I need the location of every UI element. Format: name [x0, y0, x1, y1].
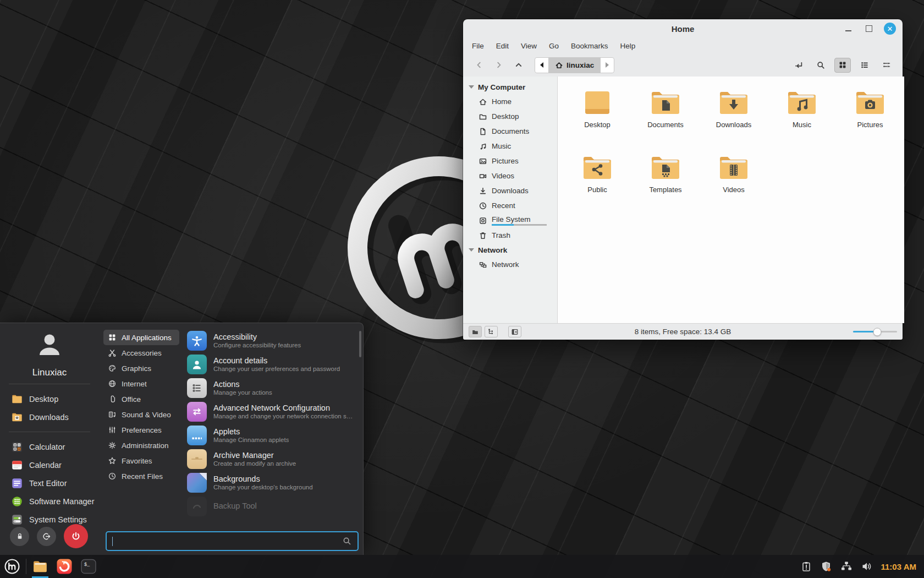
download-icon — [479, 187, 487, 195]
category-administration[interactable]: Administration — [103, 438, 179, 453]
menu-go[interactable]: Go — [549, 42, 559, 50]
folder-public[interactable]: Public — [563, 149, 631, 214]
lock-screen-button[interactable] — [10, 527, 29, 546]
sidebar-item-desktop[interactable]: Desktop — [463, 109, 557, 124]
firewall-shield-icon[interactable] — [820, 560, 832, 572]
compact-view-button[interactable] — [878, 58, 895, 73]
menu-place-desktop[interactable]: Desktop — [0, 390, 99, 408]
app-backup-tool[interactable]: Backup Tool — [187, 494, 355, 518]
slider-thumb[interactable] — [873, 328, 882, 336]
volume-icon[interactable] — [861, 560, 873, 572]
network-tray-icon[interactable] — [840, 560, 853, 572]
menu-shortcut-software-manager[interactable]: Software Manager — [0, 492, 99, 510]
sidebar-item-documents[interactable]: Documents — [463, 124, 557, 139]
applications-scrollbar[interactable] — [359, 331, 361, 357]
app-actions[interactable]: Actions Manage your actions — [187, 376, 355, 400]
sidebar-item-videos[interactable]: Videos — [463, 168, 557, 183]
breadcrumb-segment-home[interactable]: linuxiac — [548, 58, 601, 73]
category-accessories[interactable]: Accessories — [103, 345, 179, 361]
taskbar-terminal[interactable]: $_ — [76, 555, 101, 578]
app-backgrounds[interactable]: Backgrounds Change your desktop's backgr… — [187, 471, 355, 494]
search-input[interactable] — [113, 537, 342, 546]
menu-shortcut-text-editor[interactable]: Text Editor — [0, 474, 99, 492]
power-icon — [70, 531, 81, 542]
search-icon — [816, 61, 826, 70]
taskbar-file-manager[interactable] — [28, 555, 52, 578]
up-button[interactable] — [510, 57, 527, 73]
sidebar-item-recent[interactable]: Recent — [463, 198, 557, 213]
app-accessibility[interactable]: Accessibility Configure accessibility fe… — [187, 329, 355, 352]
expander-triangle-icon — [469, 85, 474, 89]
category-all-applications[interactable]: All Applications — [103, 330, 179, 345]
taskbar-clock[interactable]: 11:03 AM — [881, 562, 916, 571]
network-icon — [479, 260, 487, 269]
folder-downloads[interactable]: Downloads — [700, 84, 768, 149]
folder-pictures[interactable]: Pictures — [836, 84, 904, 149]
shutdown-button[interactable] — [64, 524, 88, 548]
category-sound-video[interactable]: Sound & Video — [103, 407, 179, 422]
search-button[interactable] — [812, 58, 829, 73]
templates-folder-icon — [648, 154, 683, 182]
back-button[interactable] — [471, 57, 487, 73]
icon-zoom-slider[interactable] — [853, 331, 897, 332]
category-office[interactable]: Office — [103, 391, 179, 407]
sidebar-section-my-computer[interactable]: My Computer — [463, 80, 557, 94]
music-folder-icon — [784, 89, 820, 117]
app-archive-manager[interactable]: Archive Manager Create and modify an arc… — [187, 447, 355, 471]
forward-button[interactable] — [491, 57, 507, 73]
taskbar-firefox[interactable] — [52, 555, 76, 578]
user-avatar[interactable] — [34, 330, 65, 362]
start-menu-button[interactable] — [0, 555, 24, 578]
archive-icon — [190, 452, 204, 466]
folder-videos[interactable]: Videos — [700, 149, 768, 214]
lock-icon — [15, 532, 24, 541]
menu-help[interactable]: Help — [620, 42, 636, 50]
breadcrumb: linuxiac — [535, 57, 614, 73]
breadcrumb-right-arrow[interactable] — [601, 58, 614, 73]
home-icon — [555, 61, 563, 69]
folder-templates[interactable]: Templates — [631, 149, 700, 214]
icon-view-button[interactable] — [834, 58, 851, 73]
titlebar[interactable]: Home ✕ — [463, 19, 903, 38]
menu-view[interactable]: View — [521, 42, 537, 50]
menu-place-downloads[interactable]: Downloads — [0, 408, 99, 426]
breadcrumb-left-arrow[interactable] — [535, 58, 548, 73]
folder-music[interactable]: Music — [768, 84, 836, 149]
category-graphics[interactable]: Graphics — [103, 361, 179, 376]
user-icon — [190, 358, 204, 371]
category-recent-files[interactable]: Recent Files — [103, 468, 179, 484]
menu-shortcut-calendar[interactable]: Calendar — [0, 456, 99, 474]
close-button[interactable]: ✕ — [884, 23, 896, 35]
sidebar-item-pictures[interactable]: Pictures — [463, 154, 557, 168]
app-applets[interactable]: Applets Manage Cinnamon applets — [187, 423, 355, 447]
app-account-details[interactable]: Account details Change your user prefere… — [187, 352, 355, 376]
category-favorites[interactable]: Favorites — [103, 453, 179, 468]
sidebar-item-home[interactable]: Home — [463, 94, 557, 109]
sidebar-item-trash[interactable]: Trash — [463, 228, 557, 243]
logout-button[interactable] — [37, 527, 56, 546]
menu-edit[interactable]: Edit — [496, 42, 509, 50]
toggle-location-entry-button[interactable] — [790, 58, 807, 73]
minimize-button[interactable] — [842, 23, 854, 35]
grid-view-icon — [838, 61, 847, 69]
desktop-folder-icon — [580, 89, 615, 117]
category-preferences[interactable]: Preferences — [103, 422, 179, 438]
files-icon — [32, 558, 48, 575]
sidebar-item-music[interactable]: Music — [463, 139, 557, 154]
menu-shortcut-calculator[interactable]: Calculator — [0, 438, 99, 456]
app-advanced-network-configuration[interactable]: Advanced Network Configuration Manage an… — [187, 400, 355, 423]
menu-bookmarks[interactable]: Bookmarks — [571, 42, 608, 50]
folder-documents[interactable]: Documents — [631, 84, 700, 149]
expander-triangle-icon — [469, 248, 474, 252]
sidebar-item-network[interactable]: Network — [463, 257, 557, 272]
sidebar-section-network[interactable]: Network — [463, 243, 557, 257]
list-view-button[interactable] — [856, 58, 873, 73]
update-manager-icon[interactable] — [801, 561, 812, 572]
folder-desktop[interactable]: Desktop — [563, 84, 631, 149]
sidebar-item-file-system[interactable]: File System — [463, 213, 557, 228]
maximize-button[interactable] — [863, 23, 875, 35]
menu-file[interactable]: File — [472, 42, 484, 50]
menu-search-box[interactable] — [106, 531, 359, 551]
category-internet[interactable]: Internet — [103, 376, 179, 391]
sidebar-item-downloads[interactable]: Downloads — [463, 183, 557, 198]
